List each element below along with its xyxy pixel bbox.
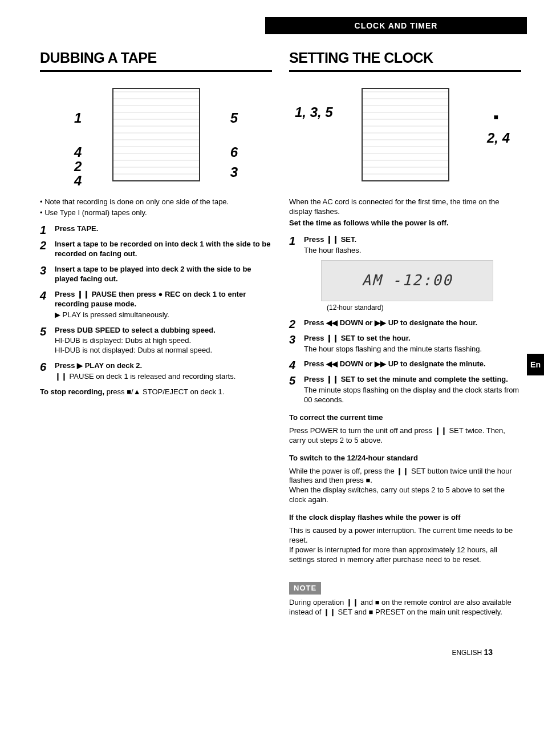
step-sub: The hour flashes.: [304, 246, 521, 256]
diagram-label: 3: [230, 163, 238, 181]
note-line: • Note that recording is done on only on…: [40, 197, 272, 207]
footer-lang: ENGLISH: [452, 649, 484, 657]
step-number: 3: [40, 263, 46, 278]
diagram-label: 1: [74, 109, 82, 127]
intro-bold: Set the time as follows while the power …: [289, 219, 521, 228]
para-correct: Press POWER to turn the unit off and pre…: [289, 426, 521, 446]
step-sub: The minute stops flashing on the display…: [304, 386, 521, 405]
diagram-clock: 1, 3, 5 ■ 2, 4: [289, 80, 521, 189]
note-text: During operation ❙❙ and ■ on the remote …: [289, 598, 521, 617]
step-title: Press TAPE.: [55, 224, 272, 234]
step-item: 5 Press DUB SPEED to select a dubbing sp…: [40, 326, 272, 356]
steps-list: 1 Press TAPE. 2 Insert a tape to be reco…: [40, 224, 272, 382]
step-number: 1: [40, 223, 46, 237]
step-sub: ❙❙ PAUSE on deck 1 is released and recor…: [55, 372, 272, 382]
step-sub: The hour stops flashing and the minute s…: [304, 345, 521, 354]
step-sub: HI-DUB is displayed: Dubs at high speed.…: [55, 336, 272, 355]
step-number: 4: [289, 358, 295, 373]
step-title: Press ❙❙ PAUSE then press ● REC on deck …: [55, 290, 272, 309]
diagram-label: 4: [74, 172, 82, 189]
step-title: Press ◀◀ DOWN or ▶▶ UP to designate the …: [304, 359, 521, 369]
step-item: 2 Insert a tape to be recorded on into d…: [40, 240, 272, 259]
step-item: 6 Press ▶ PLAY on deck 2. ❙❙ PAUSE on de…: [40, 361, 272, 382]
step-item: 4 Press ◀◀ DOWN or ▶▶ UP to designate th…: [289, 359, 521, 369]
stop-recording-note: To stop recording, press ■/▲ STOP/EJECT …: [40, 387, 272, 397]
step-number: 3: [289, 332, 295, 347]
subhead-switch: To switch to the 12/24-hour standard: [289, 454, 521, 463]
stop-text: press ■/▲ STOP/EJECT on deck 1.: [104, 387, 224, 396]
right-column: SETTING THE CLOCK 1, 3, 5 ■ 2, 4 When th…: [289, 40, 521, 624]
note-label-box: NOTE: [289, 582, 321, 595]
diagram-label: 5: [230, 109, 238, 127]
step-title: Insert a tape to be played into deck 2 w…: [55, 265, 272, 284]
step-item: 2 Press ◀◀ DOWN or ▶▶ UP to designate th…: [289, 318, 521, 328]
left-column: DUBBING A TAPE 1 4 2 4 5 6 3 • Note that…: [40, 40, 272, 624]
step-item: 1 Press ❙❙ SET. The hour flashes. AM -12…: [289, 235, 521, 312]
step-item: 4 Press ❙❙ PAUSE then press ● REC on dec…: [40, 290, 272, 320]
diagram-label-stop-icon: ■: [494, 112, 498, 122]
para-flash: This is caused by a power interruption. …: [289, 526, 521, 565]
para-switch: While the power is off, press the ❙❙ SET…: [289, 467, 521, 506]
notes-block: • Note that recording is done on only on…: [40, 197, 272, 218]
step-number: 5: [289, 373, 295, 388]
step-title: Press ▶ PLAY on deck 2.: [55, 361, 272, 371]
step-title: Press DUB SPEED to select a dubbing spee…: [55, 326, 272, 335]
step-title: Press ❙❙ SET.: [304, 235, 521, 245]
step-number: 2: [40, 238, 46, 253]
intro-text: When the AC cord is connected for the fi…: [289, 197, 521, 217]
step-title: Insert a tape to be recorded on into dec…: [55, 240, 272, 259]
footer-page-number: 13: [484, 648, 493, 657]
step-sub: ▶ PLAY is pressed simultaneously.: [55, 310, 272, 320]
diagram-label: 6: [230, 143, 238, 161]
language-tab: En: [527, 354, 544, 375]
page-footer: ENGLISH 13: [40, 647, 521, 658]
step-title: Press ◀◀ DOWN or ▶▶ UP to designate the …: [304, 318, 521, 328]
step-item: 1 Press TAPE.: [40, 224, 272, 234]
heading-dubbing: DUBBING A TAPE: [40, 48, 272, 67]
stop-title: To stop recording,: [40, 387, 104, 396]
heading-rule: [289, 70, 521, 72]
section-header-bar: CLOCK AND TIMER: [265, 17, 527, 34]
steps-list: 1 Press ❙❙ SET. The hour flashes. AM -12…: [289, 235, 521, 405]
step-number: 1: [289, 233, 295, 248]
step-title: Press ❙❙ SET to set the hour.: [304, 334, 521, 343]
step-item: 3 Insert a tape to be played into deck 2…: [40, 265, 272, 284]
step-item: 5 Press ❙❙ SET to set the minute and com…: [289, 375, 521, 405]
heading-clock: SETTING THE CLOCK: [289, 48, 521, 67]
subhead-flash: If the clock display flashes while the p…: [289, 513, 521, 523]
step-number: 4: [40, 288, 46, 303]
heading-rule: [40, 70, 272, 72]
step-number: 2: [289, 317, 295, 331]
step-title: Press ❙❙ SET to set the minute and compl…: [304, 375, 521, 385]
diagram-dubbing: 1 4 2 4 5 6 3: [40, 80, 272, 189]
display-caption: (12-hour standard): [327, 304, 521, 313]
diagram-label: 1, 3, 5: [295, 103, 333, 121]
step-number: 6: [40, 359, 46, 374]
lcd-display: AM -12:00: [321, 260, 493, 301]
step-item: 3 Press ❙❙ SET to set the hour. The hour…: [289, 334, 521, 354]
step-number: 5: [40, 324, 46, 339]
diagram-label: 2, 4: [487, 129, 510, 147]
subhead-correct: To correct the current time: [289, 413, 521, 423]
note-line: • Use Type I (normal) tapes only.: [40, 208, 272, 218]
